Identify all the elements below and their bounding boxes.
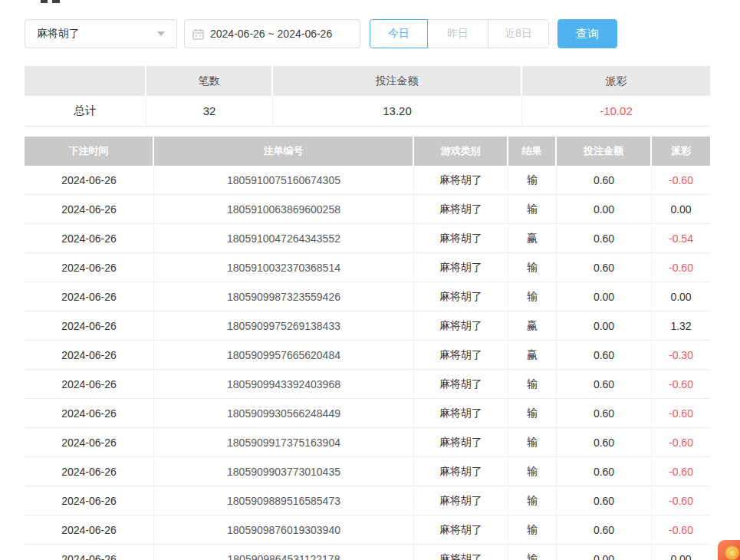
cell-bet-amount: 0.00: [557, 195, 652, 224]
cell-bet-amount: 0.60: [557, 370, 652, 399]
cell-bet-amount: 0.60: [557, 166, 652, 195]
cell-game-type: 麻将胡了: [414, 195, 508, 224]
cell-bet-amount: 0.60: [557, 486, 652, 516]
clipped-heading-fragment: [41, 0, 60, 3]
cell-bet-id: 1805909957665620484: [154, 341, 414, 370]
cell-bet-amount: 0.60: [557, 224, 652, 253]
cell-game-type: 麻将胡了: [414, 282, 508, 311]
bet-table-header: 下注时间 注单编号 游戏类别 结果 投注金额 派彩: [25, 137, 710, 166]
cell-result: 赢: [508, 224, 557, 253]
cell-bet-amount: 0.60: [557, 399, 652, 428]
cell-result: 赢: [508, 341, 557, 370]
cell-bet-id: 1805909903773010435: [154, 457, 414, 486]
date-range-value: 2024-06-26 ~ 2024-06-26: [210, 28, 332, 40]
cell-bet-id: 1805909943392403968: [154, 370, 414, 399]
cell-payout: 1.32: [652, 311, 710, 341]
cell-bet-id: 1805910047264343552: [154, 224, 414, 253]
cell-game-type: 麻将胡了: [414, 428, 508, 457]
cell-bet-time: 2024-06-26: [25, 428, 154, 457]
cell-result: 输: [508, 282, 557, 311]
cell-result: 输: [508, 166, 557, 195]
table-row: 2024-06-261805909903773010435麻将胡了输0.60-0…: [25, 457, 710, 486]
col-header-bet-amount: 投注金额: [557, 137, 652, 166]
date-range-picker[interactable]: 2024-06-26 ~ 2024-06-26: [184, 19, 360, 48]
summary-header-bet-amount: 投注金额: [273, 66, 522, 96]
cell-result: 输: [508, 370, 557, 399]
cell-result: 赢: [508, 311, 557, 341]
cell-bet-id: 1805909930566248449: [154, 399, 414, 428]
cell-bet-id: 1805909889516585473: [154, 486, 414, 516]
cell-game-type: 麻将胡了: [414, 399, 508, 428]
table-row: 2024-06-261805910032370368514麻将胡了输0.60-0…: [25, 253, 710, 282]
cell-result: 输: [508, 516, 557, 545]
cell-game-type: 麻将胡了: [414, 166, 508, 195]
today-button[interactable]: 今日: [370, 19, 428, 48]
cell-payout: -0.60: [652, 486, 710, 516]
summary-header-row: 笔数 投注金额 派彩: [25, 66, 710, 96]
cell-bet-time: 2024-06-26: [25, 399, 154, 428]
cell-game-type: 麻将胡了: [414, 516, 508, 545]
calendar-icon: [192, 28, 204, 40]
summary-header-count: 笔数: [146, 66, 273, 96]
cell-bet-amount: 0.00: [557, 545, 652, 560]
cell-bet-time: 2024-06-26: [25, 457, 154, 486]
cell-bet-time: 2024-06-26: [25, 224, 154, 253]
cell-payout: -0.60: [652, 399, 710, 428]
cell-payout: -0.54: [652, 224, 710, 253]
summary-total-count: 32: [146, 96, 273, 127]
cell-result: 输: [508, 545, 557, 560]
cell-bet-id: 1805910075160674305: [154, 166, 414, 195]
table-row: 2024-06-261805909930566248449麻将胡了输0.60-0…: [25, 399, 710, 428]
cell-payout: -0.60: [652, 428, 710, 457]
game-type-select[interactable]: 麻将胡了: [25, 19, 177, 48]
summary-total-payout: -10.02: [522, 96, 710, 127]
summary-total-bet-amount: 13.20: [273, 96, 522, 127]
cell-bet-id: 1805909975269138433: [154, 311, 414, 341]
table-row: 2024-06-261805910047264343552麻将胡了赢0.60-0…: [25, 224, 710, 253]
cell-bet-time: 2024-06-26: [25, 253, 154, 282]
cell-game-type: 麻将胡了: [414, 253, 508, 282]
cell-bet-id: 1805910032370368514: [154, 253, 414, 282]
col-header-result: 结果: [508, 137, 557, 166]
col-header-bet-time: 下注时间: [25, 137, 154, 166]
summary-header-payout: 派彩: [522, 66, 710, 96]
cell-bet-amount: 0.60: [557, 516, 652, 545]
cell-result: 输: [508, 253, 557, 282]
cell-bet-time: 2024-06-26: [25, 166, 154, 195]
cell-bet-amount: 0.60: [557, 253, 652, 282]
summary-header-blank: [25, 66, 146, 96]
col-header-payout: 派彩: [652, 137, 710, 166]
cell-payout: 0.00: [652, 545, 710, 560]
cell-result: 输: [508, 457, 557, 486]
cell-bet-id: 1805909864531122178: [154, 545, 414, 560]
cell-payout: -0.60: [652, 370, 710, 399]
cell-bet-amount: 0.60: [557, 457, 652, 486]
cell-result: 输: [508, 195, 557, 224]
chevron-down-icon: [157, 31, 165, 36]
cell-bet-time: 2024-06-26: [25, 282, 154, 311]
cell-payout: -0.60: [652, 516, 710, 545]
col-header-game-type: 游戏类别: [414, 137, 508, 166]
cell-payout: -0.60: [652, 253, 710, 282]
cell-game-type: 麻将胡了: [414, 370, 508, 399]
cell-bet-time: 2024-06-26: [25, 311, 154, 341]
game-records-page: 麻将胡了 2024-06-26 ~ 2024-06-26 今日 昨日 近8日 查…: [0, 0, 740, 560]
red-packet-icon[interactable]: [718, 540, 740, 560]
bet-table-body: 2024-06-261805910075160674305麻将胡了输0.60-0…: [25, 166, 710, 560]
cell-bet-id: 1805910063869600258: [154, 195, 414, 224]
table-row: 2024-06-261805909917375163904麻将胡了输0.60-0…: [25, 428, 710, 457]
cell-game-type: 麻将胡了: [414, 224, 508, 253]
cell-bet-time: 2024-06-26: [25, 341, 154, 370]
summary-total-label: 总计: [25, 96, 146, 127]
cell-bet-time: 2024-06-26: [25, 370, 154, 399]
cell-payout: -0.60: [652, 166, 710, 195]
cell-bet-id: 1805909876019303940: [154, 516, 414, 545]
cell-bet-time: 2024-06-26: [25, 545, 154, 560]
last-8-days-button[interactable]: 近8日: [488, 19, 549, 48]
gold-coin-icon: [725, 545, 739, 560]
search-button[interactable]: 查询: [557, 19, 617, 48]
cell-payout: -0.30: [652, 341, 710, 370]
cell-result: 输: [508, 486, 557, 516]
cell-result: 输: [508, 399, 557, 428]
yesterday-button[interactable]: 昨日: [427, 19, 488, 48]
